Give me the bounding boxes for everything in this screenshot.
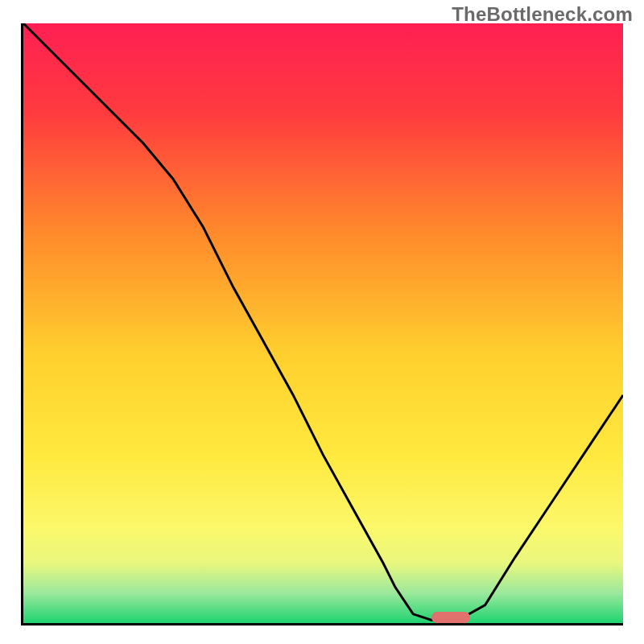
optimal-range-marker <box>431 612 470 623</box>
watermark-text: TheBottleneck.com <box>452 3 633 26</box>
chart-plot-area <box>21 23 623 625</box>
chart-curve <box>23 23 623 623</box>
